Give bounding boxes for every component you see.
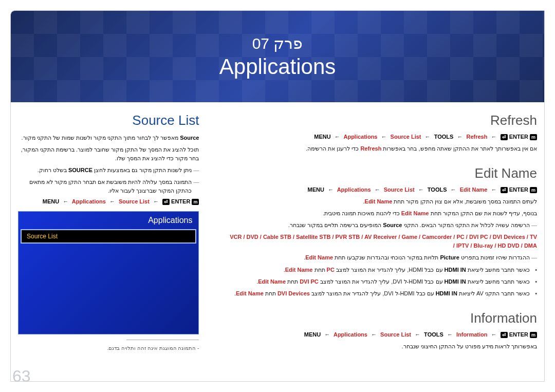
left-column: Refresh m MENU ← Applications ← Source L… — [213, 102, 544, 381]
arrow-icon: ← — [491, 134, 497, 140]
arrow-icon: ← — [381, 134, 387, 140]
arrow-icon: ← — [425, 134, 431, 140]
nav-path-source: m MENU ← Applications ← Source List ← ⏎ … — [18, 198, 199, 205]
arrow-icon: ← — [491, 331, 497, 338]
nav-path-editname: m MENU ← Applications ← Source List ← TO… — [228, 186, 537, 193]
enter-icon: ⏎ — [162, 199, 170, 205]
footnote: - התמונה המוצגת אינה זהה ותלויה בדגם. — [18, 345, 199, 351]
arrow-icon: ← — [371, 331, 377, 338]
enter-icon: ⏎ — [501, 187, 508, 193]
arrow-icon: ← — [375, 186, 380, 193]
devices-list: VCR / DVD / Cable STB / Satellite STB / … — [228, 233, 537, 250]
source-list-heading: Source List — [18, 113, 199, 128]
panel-item-source-list[interactable]: Source List — [21, 229, 196, 244]
arrow-icon: ← — [324, 331, 330, 338]
menu-icon: m — [530, 332, 537, 338]
edit-p4: ההגדרות שיהיו זמינות בתפריט Picture תלוי… — [228, 253, 537, 262]
right-column: Source List Source Source מאפשר לך לבחור… — [11, 102, 213, 381]
chapter-number: פרק 07 — [252, 34, 303, 52]
source-note-2: התמונה במסך עלולה להיות משובשת אם תבחר ה… — [18, 178, 199, 195]
arrow-icon: ← — [447, 331, 453, 338]
edit-bullet-3: כאשר תחבר התקני AV ליציאת HDMI IN עם כבל… — [228, 289, 537, 298]
source-note-1: ניתן לשנות התקן מקור גם באמצעות לחצן SOU… — [18, 166, 199, 175]
chapter-title: Applications — [219, 54, 336, 79]
edit-bullet-1: כאשר תחבר מחשב ליציאת HDMI IN עם כבל HDM… — [228, 266, 537, 274]
information-heading: Information — [228, 310, 537, 326]
page-number: 63 — [12, 367, 31, 386]
arrow-icon: ← — [418, 186, 424, 193]
arrow-icon: ← — [63, 198, 68, 204]
arrow-icon: ← — [451, 186, 456, 193]
refresh-text: אם אין באפשרותך לאתר את ההתקן שאתה מחפש,… — [228, 144, 537, 153]
nav-path-information: m MENU ← Applications ← Source List ← TO… — [228, 331, 537, 338]
info-text: באפשרותך לראות מידע מפורט על ההתקן החיצו… — [228, 342, 537, 351]
edit-p2: בנוסף, עדיף לשנות את שם התקן המקור תחת E… — [228, 209, 537, 218]
enter-icon: ⏎ — [501, 134, 508, 140]
menu-icon: m — [530, 134, 537, 140]
arrow-icon: ← — [415, 331, 420, 338]
enter-icon: ⏎ — [501, 332, 508, 338]
edit-bullet-2: כאשר תחבר מחשב ליציאת HDMI IN עם כבל HDM… — [228, 277, 537, 286]
footnote-rule — [126, 340, 199, 340]
arrow-icon: ← — [491, 186, 497, 193]
menu-icon: m — [192, 199, 199, 205]
chapter-header: פרק 07 Applications — [11, 11, 544, 102]
arrow-icon: ← — [457, 134, 462, 140]
source-desc-2: תוכל להציג את המסך של התקן מקור שחובר למ… — [18, 145, 199, 163]
source-desc-1: Source Source מאפשר לך לבחור מתוך התקני … — [18, 134, 199, 142]
nav-path-refresh: m MENU ← Applications ← Source List ← TO… — [228, 134, 537, 140]
panel-title: Applications — [18, 212, 198, 229]
applications-panel: Applications Source List — [18, 211, 199, 334]
edit-p3: הרשימה עשויה לכלול את התקני המקור הבאים.… — [228, 221, 537, 230]
refresh-heading: Refresh — [228, 113, 537, 128]
arrow-icon: ← — [109, 198, 115, 204]
editname-heading: Edit Name — [228, 165, 537, 181]
edit-p1: לעתים התמונה במסך משובשת, אלא אם צוין הת… — [228, 197, 537, 206]
arrow-icon: ← — [335, 134, 340, 140]
arrow-icon: ← — [328, 186, 334, 193]
content-area: Source List Source Source מאפשר לך לבחור… — [11, 102, 544, 381]
page-frame: פרק 07 Applications Source List Source S… — [10, 10, 545, 382]
menu-icon: m — [530, 187, 537, 193]
arrow-icon: ← — [153, 198, 159, 204]
